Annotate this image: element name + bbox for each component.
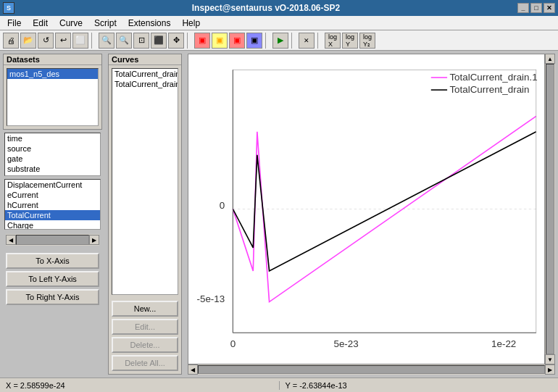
x-status: X = 2.58599e-24 bbox=[0, 381, 280, 390]
menu-bar: File Edit Curve Script Extensions Help bbox=[0, 16, 558, 30]
zoom-out-button[interactable]: 🔍 bbox=[116, 33, 132, 49]
zoom-fit-button[interactable]: ⊡ bbox=[133, 33, 149, 49]
plot-vscrollbar[interactable]: ▲ ▼ bbox=[545, 54, 555, 364]
variable-drain[interactable]: drain bbox=[5, 174, 100, 176]
open-button[interactable]: 📂 bbox=[20, 33, 36, 49]
marker-btn4[interactable]: ▣ bbox=[246, 33, 262, 49]
to-x-axis-button[interactable]: To X-Axis bbox=[6, 253, 99, 269]
variables-list[interactable]: time source gate substrate drain bbox=[4, 133, 101, 176]
datasets-list[interactable]: mos1_n5_des bbox=[7, 68, 99, 126]
log-y2-button[interactable]: logY₂ bbox=[359, 33, 375, 49]
variable-substrate[interactable]: substrate bbox=[5, 164, 100, 174]
delete-all-curves-button[interactable]: Delete All... bbox=[112, 355, 178, 371]
refresh-button[interactable]: ↺ bbox=[38, 33, 54, 49]
print-button[interactable]: 🖨 bbox=[3, 33, 19, 49]
scrollbar-right-btn[interactable]: ▶ bbox=[89, 235, 99, 245]
curves-buttons: New... Edit... Delete... Delete All... bbox=[112, 301, 178, 371]
menu-file[interactable]: File bbox=[1, 17, 27, 30]
close-button[interactable]: ✕ bbox=[544, 3, 555, 13]
marker-btn1[interactable]: ▣ bbox=[194, 33, 210, 49]
minimize-button[interactable]: _ bbox=[517, 3, 529, 13]
menu-help[interactable]: Help bbox=[176, 17, 206, 30]
vscroll-track[interactable] bbox=[546, 64, 554, 354]
select-button[interactable]: ⬜ bbox=[72, 33, 88, 49]
delete-curve-button[interactable]: Delete... bbox=[112, 337, 178, 353]
plot-area: TotalCurrent_drain.1 TotalCurrent_drain … bbox=[185, 51, 558, 378]
plot-container[interactable]: TotalCurrent_drain.1 TotalCurrent_drain … bbox=[188, 54, 545, 364]
pan-button[interactable]: ✥ bbox=[168, 33, 184, 49]
current-e[interactable]: eCurrent bbox=[5, 190, 100, 200]
marker-btn3[interactable]: ▣ bbox=[229, 33, 245, 49]
toolbar-sep5 bbox=[317, 33, 322, 49]
menu-extensions[interactable]: Extensions bbox=[122, 17, 177, 30]
play-button[interactable]: ▶ bbox=[272, 33, 288, 49]
datasets-title: Datasets bbox=[4, 54, 101, 65]
main-content: Datasets mos1_n5_des time source gate su… bbox=[0, 51, 558, 378]
scrollbar-track[interactable] bbox=[16, 235, 89, 245]
currents-list[interactable]: DisplacementCurrent eCurrent hCurrent To… bbox=[4, 179, 101, 230]
to-right-y-button[interactable]: To Right Y-Axis bbox=[6, 289, 99, 305]
variable-gate[interactable]: gate bbox=[5, 154, 100, 164]
curve-item-1[interactable]: TotalCurrent_drain bbox=[112, 79, 178, 89]
svg-text:0: 0 bbox=[230, 338, 236, 349]
hscroll-track[interactable] bbox=[198, 365, 545, 374]
maximize-button[interactable]: □ bbox=[530, 3, 542, 13]
toolbar-sep2 bbox=[187, 33, 191, 49]
new-curve-button[interactable]: New... bbox=[112, 301, 178, 317]
undo-button[interactable]: ↩ bbox=[55, 33, 71, 49]
log-x-button[interactable]: logX bbox=[325, 33, 341, 49]
curves-group: Curves TotalCurrent_drain.1 TotalCurrent… bbox=[108, 54, 182, 375]
datasets-group: Datasets mos1_n5_des bbox=[3, 54, 102, 130]
middle-panel: Curves TotalCurrent_drain.1 TotalCurrent… bbox=[105, 51, 185, 378]
edit-curve-button[interactable]: Edit... bbox=[112, 319, 178, 335]
stop-button[interactable]: ✕ bbox=[299, 33, 315, 49]
y-status: Y = -2.63844e-13 bbox=[280, 381, 559, 390]
toolbar-sep3 bbox=[265, 33, 270, 49]
svg-text:-5e-13: -5e-13 bbox=[197, 293, 225, 304]
dataset-item-0[interactable]: mos1_n5_des bbox=[7, 69, 98, 79]
scroll-right-btn[interactable]: ▶ bbox=[545, 364, 555, 375]
svg-text:5e-23: 5e-23 bbox=[333, 338, 358, 349]
window-title: Inspect@sentaurus vO-2018.06-SP2 bbox=[14, 3, 517, 13]
to-left-y-button[interactable]: To Left Y-Axis bbox=[6, 271, 99, 287]
zoom-box-button[interactable]: ⬛ bbox=[151, 33, 167, 49]
svg-text:1e-22: 1e-22 bbox=[491, 338, 516, 349]
current-h[interactable]: hCurrent bbox=[5, 200, 100, 210]
title-bar: S Inspect@sentaurus vO-2018.06-SP2 _ □ ✕ bbox=[0, 0, 558, 16]
variable-source[interactable]: source bbox=[5, 143, 100, 154]
scrollbar-left-btn[interactable]: ◀ bbox=[6, 235, 16, 245]
scroll-up-btn[interactable]: ▲ bbox=[545, 54, 555, 64]
current-total[interactable]: TotalCurrent bbox=[5, 210, 100, 220]
svg-text:0: 0 bbox=[220, 201, 225, 212]
left-panel: Datasets mos1_n5_des time source gate su… bbox=[0, 51, 105, 378]
app-icon: S bbox=[3, 2, 14, 14]
svg-text:TotalCurrent_drain: TotalCurrent_drain bbox=[449, 85, 529, 96]
svg-text:TotalCurrent_drain.1: TotalCurrent_drain.1 bbox=[449, 72, 537, 83]
curves-title: Curves bbox=[109, 54, 181, 65]
menu-edit[interactable]: Edit bbox=[27, 17, 54, 30]
variable-time[interactable]: time bbox=[5, 133, 100, 143]
zoom-in-button[interactable]: 🔍 bbox=[99, 33, 114, 49]
scroll-left-btn[interactable]: ◀ bbox=[188, 364, 198, 375]
plot-svg: TotalCurrent_drain.1 TotalCurrent_drain … bbox=[188, 54, 544, 364]
curve-item-0[interactable]: TotalCurrent_drain.1 bbox=[112, 69, 178, 79]
toolbar: 🖨 📂 ↺ ↩ ⬜ 🔍 🔍 ⊡ ⬛ ✥ ▣ ▣ ▣ ▣ ▶ ✕ logX log… bbox=[0, 30, 558, 51]
toolbar-sep1 bbox=[91, 33, 96, 49]
scroll-down-btn[interactable]: ▼ bbox=[545, 354, 555, 364]
plot-hscrollbar[interactable]: ◀ ▶ bbox=[188, 364, 555, 375]
status-bar: X = 2.58599e-24 Y = -2.63844e-13 bbox=[0, 378, 558, 392]
toolbar-sep4 bbox=[291, 33, 296, 49]
menu-script[interactable]: Script bbox=[88, 17, 122, 30]
current-displacement[interactable]: DisplacementCurrent bbox=[5, 180, 100, 190]
marker-btn2[interactable]: ▣ bbox=[212, 33, 228, 49]
axis-buttons: To X-Axis To Left Y-Axis To Right Y-Axis bbox=[6, 253, 99, 305]
current-charge[interactable]: Charge bbox=[5, 220, 100, 230]
log-y1-button[interactable]: logY bbox=[342, 33, 358, 49]
menu-curve[interactable]: Curve bbox=[54, 17, 88, 30]
curves-list[interactable]: TotalCurrent_drain.1 TotalCurrent_drain bbox=[112, 68, 178, 295]
h-scrollbar[interactable]: ◀ ▶ bbox=[6, 234, 99, 246]
